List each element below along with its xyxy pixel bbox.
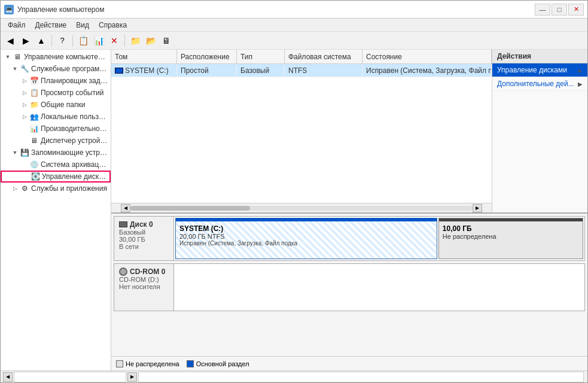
partition-system[interactable]: SYSTEM (C:) 20,00 ГБ NTFS Исправен (Сист… bbox=[175, 218, 437, 259]
horizontal-scrollbar[interactable]: ◀ ▶ bbox=[111, 203, 492, 212]
menu-file[interactable]: Файл bbox=[3, 20, 31, 31]
toggle-services2[interactable]: ▷ bbox=[10, 184, 20, 193]
menu-view[interactable]: Вид bbox=[71, 20, 94, 31]
back-button[interactable]: ◀ bbox=[3, 34, 17, 48]
show-button[interactable]: 📋 bbox=[76, 34, 90, 48]
action-label-2: Дополнительные дей... bbox=[497, 80, 574, 88]
forward-button[interactable]: ▶ bbox=[19, 34, 33, 48]
menubar: Файл Действие Вид Справка bbox=[1, 19, 587, 32]
label-root: Управление компьютером (л... bbox=[24, 53, 108, 61]
disk-size-0: 30,00 ГБ bbox=[119, 236, 169, 243]
toggle-scheduler[interactable]: ▷ bbox=[20, 76, 29, 86]
sidebar-item-diskmgmt[interactable]: 💽 Управление дисками bbox=[1, 171, 111, 183]
action-arrow-2: ▶ bbox=[578, 81, 583, 87]
col-header-type[interactable]: Тип bbox=[237, 50, 285, 64]
sidebar-scroll-up[interactable]: ◀ bbox=[3, 372, 13, 382]
toggle-services[interactable]: ▼ bbox=[10, 64, 20, 74]
col-header-tom[interactable]: Том bbox=[111, 50, 177, 64]
scrollbar-thumb[interactable] bbox=[130, 206, 250, 211]
menu-action[interactable]: Действие bbox=[31, 20, 72, 31]
label-localusers: Локальные пользовате... bbox=[41, 113, 108, 121]
partition-unallocated[interactable]: 10,00 ГБ Не распределена bbox=[438, 218, 583, 259]
action-additional[interactable]: Дополнительные дей... ▶ bbox=[492, 77, 587, 91]
icon-eventviewer: 📋 bbox=[29, 88, 39, 98]
sidebar-item-backup[interactable]: 💿 Система архивации да... bbox=[1, 159, 111, 171]
toggle-shared[interactable]: ▷ bbox=[20, 100, 29, 110]
icon-services2: ⚙ bbox=[20, 184, 29, 193]
sidebar-item-shared[interactable]: ▷ 📁 Общие папки bbox=[1, 99, 111, 111]
maximize-button[interactable]: □ bbox=[552, 4, 567, 16]
cell-status: Исправен (Система, Загрузка, Файл подка bbox=[362, 64, 492, 77]
chart-button[interactable]: 📊 bbox=[92, 34, 106, 48]
sidebar-item-localusers[interactable]: ▷ 👥 Локальные пользовате... bbox=[1, 111, 111, 123]
disk-name-cdrom: CD-ROM 0 bbox=[119, 268, 169, 276]
partition-name-unallocated: 10,00 ГБ bbox=[443, 224, 579, 233]
sidebar-item-eventviewer[interactable]: ▷ 📋 Просмотр событий bbox=[1, 87, 111, 99]
sidebar-item-scheduler[interactable]: ▷ 📅 Планировщик заданий bbox=[1, 75, 111, 87]
title-bar-left: 💻 Управление компьютером bbox=[4, 5, 104, 14]
label-backup: Система архивации да... bbox=[41, 160, 108, 169]
help-button[interactable]: ? bbox=[55, 34, 69, 48]
cd-icon bbox=[119, 268, 127, 276]
icon-backup: 💿 bbox=[29, 160, 39, 169]
legend-label-unallocated: Не распределена bbox=[126, 360, 179, 367]
icon-root: 🖥 bbox=[13, 52, 22, 62]
sidebar-item-services[interactable]: ▼ 🔧 Служебные программы bbox=[1, 63, 111, 75]
toggle-localusers[interactable]: ▷ bbox=[20, 112, 29, 121]
label-devmgr: Диспетчер устройств bbox=[41, 136, 108, 145]
label-perf: Производительность bbox=[41, 124, 108, 133]
toolbar: ◀ ▶ ▲ ? 📋 📊 ✕ 📁 📂 🖥 bbox=[1, 32, 587, 50]
sidebar-item-perf[interactable]: 📊 Производительность bbox=[1, 123, 111, 135]
open-button[interactable]: 📂 bbox=[144, 34, 158, 48]
icon-localusers: 👥 bbox=[29, 112, 39, 121]
toolbar-separator-2 bbox=[72, 35, 73, 47]
action-disk-mgmt[interactable]: Управление дисками ▲ bbox=[492, 63, 587, 77]
scrollbar-right-btn[interactable]: ▶ bbox=[473, 204, 482, 212]
app-icon: 💻 bbox=[4, 5, 14, 14]
icon-services: 🔧 bbox=[20, 64, 29, 74]
sidebar: ▼ 🖥 Управление компьютером (л... ▼ 🔧 Слу… bbox=[1, 50, 111, 370]
toggle-diskmgmt[interactable] bbox=[21, 172, 31, 181]
close2-button[interactable]: ✕ bbox=[107, 34, 121, 48]
scrollbar-track[interactable] bbox=[130, 206, 473, 211]
up-button[interactable]: ▲ bbox=[34, 34, 48, 48]
sidebar-item-storage[interactable]: ▼ 💾 Запоминающие устройст... bbox=[1, 147, 111, 159]
scrollbar-left-btn[interactable]: ◀ bbox=[121, 204, 130, 212]
swatch-primary bbox=[187, 360, 194, 367]
sidebar-item-services2[interactable]: ▷ ⚙ Службы и приложения bbox=[1, 183, 111, 194]
legend-primary: Основной раздел bbox=[187, 360, 249, 367]
disk-partitions-cdrom bbox=[174, 264, 584, 311]
col-header-status[interactable]: Состояние bbox=[362, 50, 492, 64]
disk-label-0: Диск 0 Базовый 30,00 ГБ В сети bbox=[114, 217, 174, 260]
col-header-fs[interactable]: Файловая система bbox=[285, 50, 362, 64]
toggle-perf[interactable] bbox=[20, 124, 29, 133]
toggle-eventviewer[interactable]: ▷ bbox=[20, 88, 29, 98]
menu-help[interactable]: Справка bbox=[94, 20, 132, 31]
sidebar-item-devmgr[interactable]: 🖥 Диспетчер устройств bbox=[1, 135, 111, 147]
disk-name-0: Диск 0 bbox=[119, 220, 169, 229]
disk-network-0: В сети bbox=[119, 243, 169, 250]
label-shared: Общие папки bbox=[41, 101, 85, 109]
sidebar-item-root[interactable]: ▼ 🖥 Управление компьютером (л... bbox=[1, 51, 111, 63]
label-services2: Службы и приложения bbox=[31, 184, 107, 193]
minimize-button[interactable]: — bbox=[535, 4, 550, 16]
disk-network-cdrom: Нет носителя bbox=[119, 283, 169, 290]
toggle-root[interactable]: ▼ bbox=[3, 52, 13, 62]
window-controls: — □ ✕ bbox=[535, 4, 584, 16]
toggle-backup[interactable] bbox=[20, 160, 29, 169]
toggle-devmgr[interactable] bbox=[20, 136, 29, 145]
folder-button[interactable]: 📁 bbox=[128, 34, 142, 48]
sidebar-scroll-down[interactable]: ▶ bbox=[127, 372, 137, 382]
disk-type-0: Базовый bbox=[119, 229, 169, 236]
label-scheduler: Планировщик заданий bbox=[41, 77, 108, 85]
cell-type: Базовый bbox=[237, 64, 285, 77]
status-section-1 bbox=[14, 372, 126, 382]
legend-unallocated: Не распределена bbox=[116, 360, 179, 367]
col-header-location[interactable]: Расположение bbox=[177, 50, 237, 64]
screen-button[interactable]: 🖥 bbox=[159, 34, 173, 48]
close-button[interactable]: ✕ bbox=[568, 4, 584, 16]
disk-icon bbox=[115, 68, 123, 74]
table-row[interactable]: SYSTEM (C:) Простой Базовый NTFS Исправе… bbox=[111, 64, 492, 77]
action-label-1: Управление дисками bbox=[497, 66, 567, 74]
toggle-storage[interactable]: ▼ bbox=[10, 148, 20, 157]
